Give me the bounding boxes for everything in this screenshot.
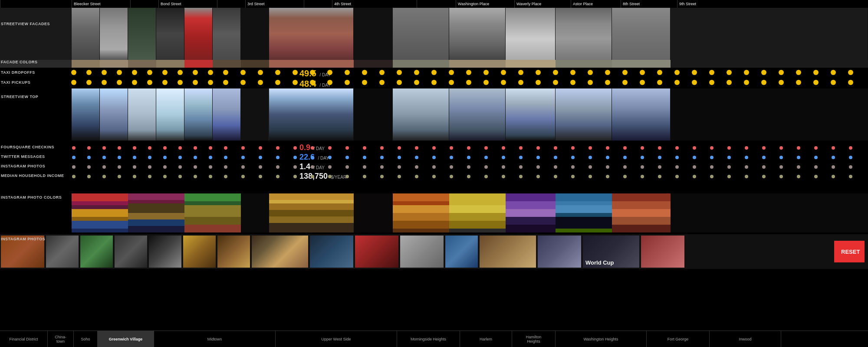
label-taxi-pickups: TAXI PICKUPS [1, 80, 30, 85]
neighborhood-item[interactable]: Fort George [647, 331, 710, 347]
reset-button[interactable]: RESET [834, 241, 865, 262]
street-headers: Bleecker StreetBond Street3rd Street4th … [0, 0, 868, 8]
label-income: MEDIAN HOUSEHOLD INCOME [1, 174, 64, 178]
street-header: 8th Street [621, 0, 677, 8]
neighborhood-item[interactable]: Upper West Side [276, 331, 397, 347]
street-header: 3rd Street [245, 0, 304, 8]
neighborhood-bar: Financial DistrictChina-townSohoGreenwic… [0, 331, 868, 347]
facades-row [0, 8, 868, 60]
taxi-dropoffs-value: 49.5 / DAY [299, 69, 331, 79]
neighborhood-item[interactable]: Washington Heights [556, 331, 647, 347]
street-header: Astor Place [571, 0, 621, 8]
main-container: Bleecker StreetBond Street3rd Street4th … [0, 0, 868, 347]
label-streetview-facades: STREETVIEW FACADES [1, 22, 50, 26]
instagram-photos-dots-row [46, 162, 868, 170]
street-header [217, 0, 245, 8]
income-value: 138,750 $/YEAR [299, 172, 346, 181]
twitter-value: 22.6 / DAY [299, 153, 329, 162]
label-instagram-photos-row: INSTAGRAM PHOTOS [1, 237, 45, 241]
street-header [304, 0, 332, 8]
street-header: Waverly Place [514, 0, 571, 8]
street-header [417, 0, 456, 8]
street-header: Bleecker Street [72, 0, 130, 8]
street-header [0, 0, 72, 8]
instagram-value: 1.4 / DAY [299, 162, 325, 171]
world-cup-text: World Cup [585, 259, 614, 266]
neighborhood-item[interactable]: Greenwich Village [98, 331, 154, 347]
neighborhood-item[interactable]: Morningside Heights [397, 331, 460, 347]
foursquare-value: 0.9 / DAY [299, 143, 325, 152]
neighborhood-item[interactable]: Soho [74, 331, 98, 347]
street-header: 4th Street [332, 0, 417, 8]
facade-colors-row [0, 60, 868, 68]
label-taxi-dropoffs: TAXI DROPOFFS [1, 70, 35, 75]
foursquare-row [46, 143, 868, 151]
neighborhood-item[interactable]: Inwood [710, 331, 781, 347]
label-instagram-colors: INSTAGRAM PHOTO COLORS [1, 195, 62, 200]
label-streetview-top: STREETVIEW TOP [1, 95, 38, 99]
instagram-colors-row [0, 193, 868, 232]
instagram-photos-bottom-row: World Cup RESET [0, 234, 868, 269]
neighborhood-item[interactable]: Financial District [0, 331, 48, 347]
neighborhood-item[interactable]: China-town [48, 331, 74, 347]
neighborhood-item[interactable]: Midtown [154, 331, 276, 347]
street-header [130, 0, 158, 8]
label-twitter: TWITTER MESSAGES [1, 154, 45, 159]
taxi-pickups-value: 48.4 / DAY [299, 79, 331, 89]
income-row [46, 171, 868, 180]
neighborhood-item[interactable]: HamiltonHeights [512, 331, 556, 347]
streetview-top-row [0, 88, 868, 141]
street-header: 9th Street [677, 0, 736, 8]
label-facade-colors: FACADE COLORS [1, 60, 38, 64]
label-foursquare: FOURSQUARE CHECKINS [1, 145, 54, 149]
street-header: Washington Place [456, 0, 514, 8]
twitter-row [46, 152, 868, 161]
label-instagram-photos: INSTAGRAM PHOTOS [1, 164, 45, 168]
street-header: Bond Street [158, 0, 217, 8]
neighborhood-item[interactable]: Harlem [460, 331, 512, 347]
taxi-pickups-row [46, 78, 868, 88]
taxi-dropoffs-row [46, 68, 868, 77]
